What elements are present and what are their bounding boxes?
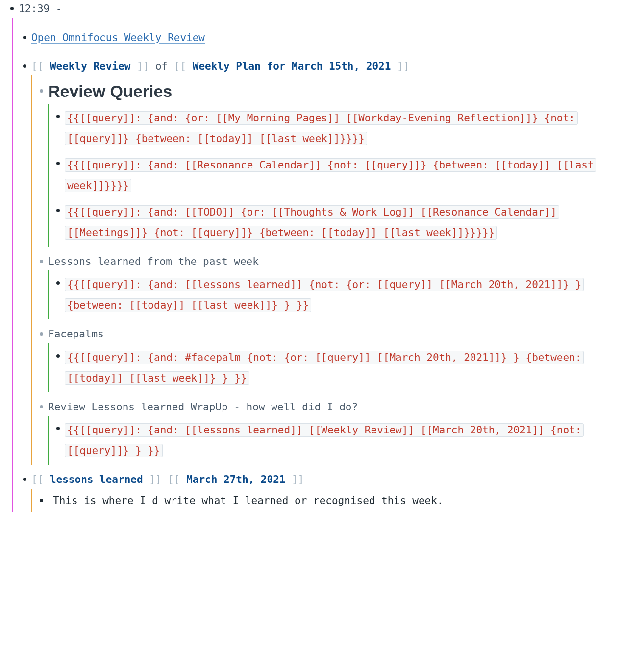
- block-query1[interactable]: {{[[query]]: {and: {or: [[My Morning Pag…: [51, 107, 634, 150]
- block-omnifocus[interactable]: Open Omnifocus Weekly Review: [18, 18, 634, 47]
- block-lessons[interactable]: Lessons learned from the past week: [34, 247, 634, 271]
- block-lessons-date[interactable]: [[ lessons learned ]] [[ March 27th, 202…: [18, 465, 634, 489]
- block-wrapup[interactable]: Review Lessons learned WrapUp - how well…: [34, 392, 634, 416]
- weekly-plan-link[interactable]: Weekly Plan for March 15th, 2021: [193, 60, 391, 72]
- bullet-icon[interactable]: [51, 155, 65, 165]
- block-review-queries[interactable]: Review Queries: [34, 75, 634, 104]
- lessons-learned-link[interactable]: lessons learned: [50, 474, 143, 485]
- timestamp-line[interactable]: 12:39 -: [19, 1, 634, 17]
- block-note[interactable]: This is where I'd write what I learned o…: [34, 492, 634, 510]
- note-text[interactable]: This is where I'd write what I learned o…: [48, 493, 634, 509]
- weekly-review-content: [[ Weekly Review ]] of [[ Weekly Plan fo…: [31, 58, 634, 74]
- separator: -: [50, 3, 62, 15]
- omnifocus-link[interactable]: Open Omnifocus Weekly Review: [31, 32, 205, 44]
- wrapup-heading[interactable]: Review Lessons learned WrapUp - how well…: [48, 399, 634, 415]
- bullet-icon[interactable]: [51, 274, 65, 285]
- bracket-open-icon: [[: [174, 60, 193, 72]
- omnifocus-content: Open Omnifocus Weekly Review: [31, 30, 634, 46]
- bullet-icon[interactable]: [18, 30, 31, 39]
- review-queries-heading[interactable]: Review Queries: [48, 79, 634, 103]
- block-query3[interactable]: {{[[query]]: {and: [[TODO]] {or: [[Thoug…: [51, 197, 634, 244]
- block-facepalms[interactable]: Facepalms: [34, 319, 634, 343]
- bullet-icon[interactable]: [18, 472, 31, 481]
- bullet-icon[interactable]: [34, 254, 48, 263]
- facepalms-heading[interactable]: Facepalms: [48, 326, 634, 342]
- bracket-close-icon: ]]: [391, 60, 409, 72]
- block-query6[interactable]: {{[[query]]: {and: [[lessons learned]] […: [51, 419, 634, 462]
- bracket-open-icon: [[: [31, 474, 50, 485]
- bullet-icon[interactable]: [18, 58, 31, 68]
- timestamp: 12:39: [19, 3, 50, 15]
- bullet-icon[interactable]: [51, 420, 65, 430]
- bullet-icon[interactable]: [34, 493, 48, 502]
- query1[interactable]: {{[[query]]: {and: {or: [[My Morning Pag…: [65, 108, 634, 149]
- bracket-close-icon: ]]: [130, 60, 149, 72]
- query6[interactable]: {{[[query]]: {and: [[lessons learned]] […: [65, 420, 634, 461]
- bracket-close-icon: ]]: [285, 474, 304, 485]
- bracket-open-icon: [[: [168, 474, 186, 485]
- weekly-review-link[interactable]: Weekly Review: [50, 60, 130, 72]
- bullet-icon[interactable]: [5, 1, 19, 10]
- date-link[interactable]: March 27th, 2021: [186, 474, 285, 485]
- query5[interactable]: {{[[query]]: {and: #facepalm {not: {or: …: [65, 347, 634, 388]
- bullet-icon[interactable]: [34, 79, 48, 93]
- bullet-icon[interactable]: [34, 399, 48, 408]
- of-word: of: [149, 60, 174, 72]
- block-query2[interactable]: {{[[query]]: {and: [[Resonance Calendar]…: [51, 150, 634, 197]
- bullet-icon[interactable]: [51, 202, 65, 212]
- block-query4[interactable]: {{[[query]]: {and: [[lessons learned]] {…: [51, 273, 634, 316]
- block-weekly-review[interactable]: [[ Weekly Review ]] of [[ Weekly Plan fo…: [18, 47, 634, 75]
- bullet-icon[interactable]: [51, 108, 65, 118]
- bracket-close-icon: ]]: [143, 474, 162, 485]
- block-query5[interactable]: {{[[query]]: {and: #facepalm {not: {or: …: [51, 346, 634, 389]
- query4[interactable]: {{[[query]]: {and: [[lessons learned]] {…: [65, 274, 634, 315]
- query3[interactable]: {{[[query]]: {and: [[TODO]] {or: [[Thoug…: [65, 202, 634, 243]
- lessons-heading[interactable]: Lessons learned from the past week: [48, 254, 634, 270]
- bullet-icon[interactable]: [34, 326, 48, 336]
- query2[interactable]: {{[[query]]: {and: [[Resonance Calendar]…: [65, 155, 634, 196]
- bullet-icon[interactable]: [51, 347, 65, 358]
- block-root[interactable]: 12:39 -: [5, 0, 634, 18]
- lessons-date-content: [[ lessons learned ]] [[ March 27th, 202…: [31, 472, 634, 488]
- bracket-open-icon: [[: [31, 60, 50, 72]
